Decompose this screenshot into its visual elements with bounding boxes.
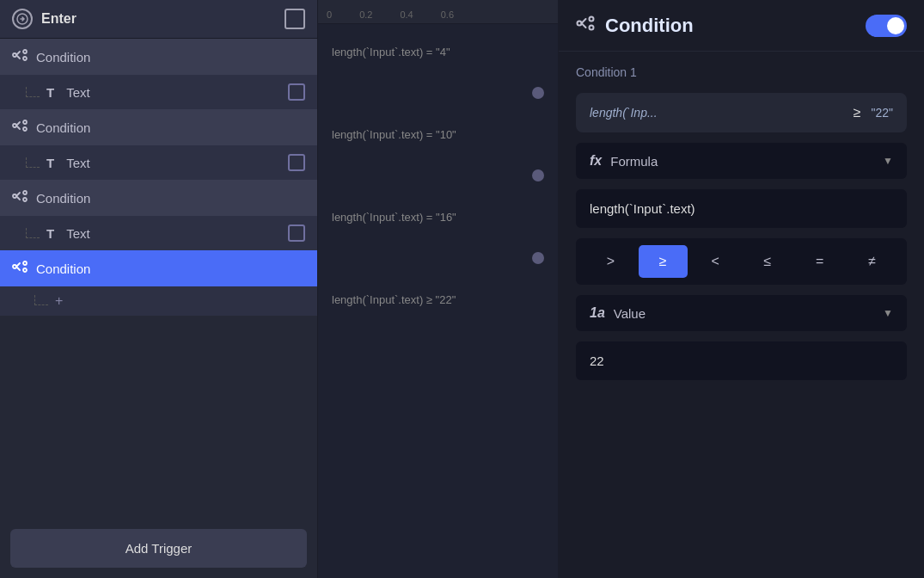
svg-point-2 bbox=[23, 50, 27, 53]
value-type-label: Value bbox=[614, 306, 874, 321]
op-lte[interactable]: ≤ bbox=[743, 245, 792, 278]
split-icon-1 bbox=[12, 47, 28, 66]
op-gt[interactable]: > bbox=[586, 245, 635, 278]
indent-add bbox=[34, 295, 48, 305]
add-row[interactable]: + bbox=[0, 286, 317, 316]
text-square-2[interactable] bbox=[288, 154, 305, 171]
right-title: Condition bbox=[605, 15, 866, 37]
ruler-04: 0.4 bbox=[400, 9, 413, 20]
svg-point-15 bbox=[590, 26, 594, 30]
middle-panel: 0 0.2 0.4 0.6 length(`Input`.text) = "4"… bbox=[318, 0, 559, 578]
condition-row-1[interactable]: Condition bbox=[0, 39, 317, 75]
text-row-3[interactable]: T Text bbox=[0, 216, 317, 250]
timeline-dot-5 bbox=[532, 252, 544, 264]
condition-header-icon bbox=[576, 14, 595, 37]
right-content: Condition 1 length(`Inp... ≥ "22" fx For… bbox=[559, 52, 924, 394]
timeline-row-5 bbox=[318, 237, 558, 279]
timeline-row-6: length(`Input`.text) ≥ "22" bbox=[318, 279, 558, 320]
split-icon-4 bbox=[12, 259, 28, 278]
svg-point-11 bbox=[23, 261, 27, 265]
left-panel: Enter Condition T Text bbox=[0, 0, 318, 578]
operator-row: > ≥ < ≤ = ≠ bbox=[576, 238, 907, 285]
text-label-2: Text bbox=[66, 156, 288, 170]
cond-left: length(`Inp... bbox=[590, 106, 843, 120]
ruler-02: 0.2 bbox=[359, 9, 372, 20]
split-icon-3 bbox=[12, 188, 28, 207]
text-icon-3: T bbox=[46, 226, 54, 241]
formula-input[interactable]: length(`Input`.text) bbox=[576, 189, 907, 228]
svg-point-6 bbox=[23, 127, 27, 131]
indent-3 bbox=[26, 228, 40, 238]
formula-type-label: Formula bbox=[610, 154, 874, 169]
text-square-3[interactable] bbox=[288, 224, 305, 242]
condition-label-3: Condition bbox=[36, 191, 90, 206]
right-header: Condition bbox=[559, 0, 924, 52]
ruler-06: 0.6 bbox=[441, 9, 454, 20]
condition-label-2: Condition bbox=[36, 120, 90, 135]
op-gte[interactable]: ≥ bbox=[639, 245, 688, 278]
enter-icon bbox=[12, 9, 33, 29]
timeline-row-0: length(`Input`.text) = "4" bbox=[318, 31, 558, 72]
value-type-dropdown[interactable]: 1a Value ▼ bbox=[576, 295, 907, 331]
svg-point-5 bbox=[23, 120, 27, 124]
svg-point-8 bbox=[23, 191, 27, 194]
timeline-text-4: length(`Input`.text) = "16" bbox=[332, 211, 544, 224]
plus-icon: + bbox=[55, 293, 63, 309]
toggle-switch[interactable] bbox=[866, 15, 907, 37]
condition-row-2[interactable]: Condition bbox=[0, 109, 317, 145]
op-lt[interactable]: < bbox=[691, 245, 740, 278]
add-trigger-button[interactable]: Add Trigger bbox=[10, 529, 307, 568]
value-input[interactable]: 22 bbox=[576, 341, 907, 380]
op-neq[interactable]: ≠ bbox=[848, 245, 896, 278]
svg-point-9 bbox=[23, 198, 27, 201]
condition-row-4[interactable]: Condition bbox=[0, 250, 317, 286]
text-label-1: Text bbox=[66, 85, 288, 100]
timeline-dot-3 bbox=[532, 169, 544, 181]
formula-fx-icon: fx bbox=[590, 153, 602, 169]
text-label-3: Text bbox=[66, 226, 288, 241]
formula-type-dropdown[interactable]: fx Formula ▼ bbox=[576, 143, 907, 179]
text-square-1[interactable] bbox=[288, 83, 305, 101]
text-row-2[interactable]: T Text bbox=[0, 145, 317, 180]
timeline-dot-1 bbox=[532, 87, 544, 99]
formula-chevron-icon: ▼ bbox=[883, 155, 893, 167]
timeline-row-2: length(`Input`.text) = "10" bbox=[318, 114, 558, 155]
value-1a-icon: 1a bbox=[590, 305, 605, 321]
text-icon-1: T bbox=[46, 85, 54, 100]
svg-point-3 bbox=[23, 57, 27, 60]
right-panel: Condition Condition 1 length(`Inp... ≥ "… bbox=[559, 0, 924, 578]
indent-2 bbox=[26, 157, 40, 168]
svg-point-12 bbox=[23, 268, 27, 272]
enter-label: Enter bbox=[41, 11, 285, 27]
timeline-text-0: length(`Input`.text) = "4" bbox=[332, 46, 544, 58]
timeline-text-6: length(`Input`.text) ≥ "22" bbox=[332, 293, 544, 306]
condition-label-4: Condition bbox=[36, 261, 90, 276]
condition1-label: Condition 1 bbox=[576, 65, 907, 79]
value-chevron-icon: ▼ bbox=[883, 307, 893, 319]
condition-label-1: Condition bbox=[36, 50, 90, 65]
timeline-items: length(`Input`.text) = "4" length(`Input… bbox=[318, 24, 558, 578]
enter-square-btn[interactable] bbox=[285, 9, 305, 29]
ruler: 0 0.2 0.4 0.6 bbox=[318, 0, 558, 24]
ruler-0: 0 bbox=[327, 9, 332, 20]
timeline-row-1 bbox=[318, 72, 558, 114]
svg-point-14 bbox=[590, 17, 594, 22]
timeline-row-4: length(`Input`.text) = "16" bbox=[318, 196, 558, 237]
condition-row-3[interactable]: Condition bbox=[0, 180, 317, 216]
timeline-row-3 bbox=[318, 155, 558, 196]
op-eq[interactable]: = bbox=[795, 245, 844, 278]
enter-row[interactable]: Enter bbox=[0, 0, 317, 39]
cond-op: ≥ bbox=[854, 105, 861, 120]
tree-items: Condition T Text Condition T bbox=[0, 39, 317, 519]
text-icon-2: T bbox=[46, 156, 54, 170]
indent-1 bbox=[26, 87, 40, 97]
split-icon-2 bbox=[12, 118, 28, 137]
cond-right: "22" bbox=[871, 106, 893, 120]
timeline-text-2: length(`Input`.text) = "10" bbox=[332, 128, 544, 141]
condition-card: length(`Inp... ≥ "22" bbox=[576, 93, 907, 132]
text-row-1[interactable]: T Text bbox=[0, 75, 317, 109]
